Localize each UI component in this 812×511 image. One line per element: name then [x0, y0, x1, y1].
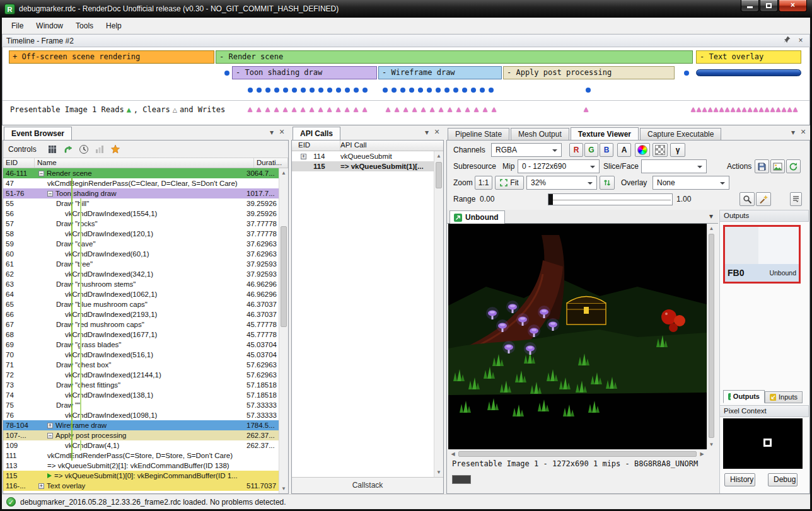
event-row-66[interactable]: 66vkCmdDrawIndexed(2193,1)46.37037 [3, 309, 279, 319]
event-row-70[interactable]: 70vkCmdDrawIndexed(516,1)45.03704 [3, 350, 279, 360]
checkerboard-icon[interactable] [652, 143, 668, 157]
scrollbar-thumb[interactable] [436, 162, 442, 188]
event-browser-scrollbar[interactable]: ▲▼ [279, 168, 288, 493]
draw-dot[interactable] [418, 88, 423, 93]
zoom-range-icon[interactable] [740, 192, 755, 206]
event-row-64[interactable]: 64vkCmdDrawIndexed(1062,1)46.96296 [3, 289, 279, 299]
draw-dot[interactable] [480, 88, 485, 93]
draw-dot[interactable] [345, 88, 350, 93]
scrollbar-thumb[interactable] [281, 226, 287, 327]
texture-display[interactable] [448, 224, 707, 449]
timeline-bar--toon-shading-draw[interactable]: - Toon shading draw [232, 66, 377, 79]
write-marker-icon[interactable]: ▲ [430, 105, 434, 113]
write-marker-icon[interactable]: ▲ [787, 105, 792, 113]
debug-button[interactable]: Debug [768, 473, 798, 486]
write-marker-icon[interactable]: ▲ [759, 105, 763, 113]
menu-window[interactable]: Window [30, 20, 69, 32]
mip-dropdown[interactable]: 0 - 1272x690 [518, 159, 600, 173]
draw-dot[interactable] [224, 71, 229, 76]
event-row-107-[interactable]: 107-...−Apply post processing262.37... [3, 430, 279, 440]
expander-icon[interactable]: + [301, 154, 306, 159]
timeline-bar--wireframe-draw[interactable]: - Wireframe draw [378, 66, 502, 79]
draw-dot[interactable] [462, 88, 467, 93]
write-marker-icon[interactable]: ▲ [265, 105, 270, 113]
draw-dot[interactable] [453, 88, 458, 93]
write-marker-icon[interactable]: ▲ [292, 105, 296, 113]
event-row-78-104[interactable]: 78-104+Wireframe draw1784.5... [3, 420, 279, 430]
event-row-116-[interactable]: 116-...+Text overlay511.7037 [3, 481, 279, 491]
expander-icon[interactable]: + [47, 423, 53, 428]
write-marker-icon[interactable]: ▲ [782, 105, 786, 113]
draw-capsule[interactable] [696, 69, 801, 76]
write-marker-icon[interactable]: ▲ [731, 105, 735, 113]
history-button[interactable]: History [724, 473, 755, 486]
api-calls-close-icon[interactable]: × [432, 128, 441, 136]
api-calls-menu-icon[interactable]: ▾ [422, 128, 431, 137]
write-marker-icon[interactable]: ▲ [770, 105, 775, 113]
texture-vertical-scrollbar[interactable]: ▲▼ [707, 224, 716, 449]
range-options-icon[interactable] [790, 192, 802, 206]
close-button[interactable]: × [779, 0, 807, 12]
write-marker-icon[interactable]: ▲ [708, 105, 712, 113]
tab-mesh-output[interactable]: Mesh Output [511, 128, 569, 140]
draw-dot[interactable] [257, 88, 262, 93]
green-channel-button[interactable]: G [584, 143, 598, 157]
event-row-60[interactable]: 60vkCmdDrawIndexed(60,1)37.62963 [3, 249, 279, 259]
write-marker-icon[interactable]: ▲ [765, 105, 769, 113]
write-marker-icon[interactable]: ▲ [719, 105, 724, 113]
draw-dot[interactable] [471, 88, 476, 93]
event-row-51-76[interactable]: 51-76−Toon shading draw1017.7... [3, 188, 279, 198]
write-marker-icon[interactable]: ▲ [283, 105, 287, 113]
column-api-call[interactable]: API Call [340, 141, 443, 151]
write-marker-icon[interactable]: ▲ [793, 105, 798, 113]
column-eid[interactable]: EID [3, 158, 35, 168]
pixel-context-view[interactable] [723, 418, 803, 469]
event-row-57[interactable]: 57Draw "rocks"37.77778 [3, 219, 279, 229]
write-marker-icon[interactable]: ▲ [702, 105, 707, 113]
timeline-bar--apply-post-processing[interactable]: - Apply post processing [503, 66, 675, 79]
draw-dot[interactable] [684, 71, 689, 76]
texture-horizontal-scrollbar[interactable]: ◀▶ [448, 449, 707, 458]
write-marker-icon[interactable]: ▲ [248, 105, 252, 113]
scrollbar-thumb[interactable] [458, 451, 697, 457]
write-marker-icon[interactable]: ▲ [386, 105, 390, 113]
draw-dot[interactable] [489, 88, 494, 93]
range-slider-handle[interactable] [548, 194, 553, 205]
column-name[interactable]: Name [35, 158, 254, 168]
write-marker-icon[interactable]: ▲ [742, 105, 746, 113]
draw-dot[interactable] [292, 88, 297, 93]
texture-tab-dropdown-icon[interactable]: ▾ [709, 212, 713, 221]
gamma-button[interactable]: γ [670, 143, 685, 157]
draw-dot[interactable] [274, 88, 279, 93]
expander-icon[interactable]: + [38, 483, 44, 489]
stats-icon[interactable] [93, 142, 107, 156]
event-row-115[interactable]: 115=> vkQueueSubmit(1)[0]: vkBeginComman… [3, 471, 279, 481]
alpha-channel-button[interactable]: A [617, 143, 631, 157]
draw-dot[interactable] [383, 88, 388, 93]
timeline-canvas[interactable]: + Off-screen scene rendering- Render sce… [2, 47, 810, 125]
tab-capture-executable[interactable]: Capture Executable [640, 128, 721, 140]
event-row-55[interactable]: 55Draw "hill"39.25926 [3, 198, 279, 209]
draw-dot[interactable] [362, 88, 368, 93]
write-marker-icon[interactable]: ▲ [439, 105, 443, 113]
pin-icon[interactable] [784, 36, 794, 46]
event-row-73[interactable]: 73Draw "chest fittings"57.18518 [3, 380, 279, 390]
expander-icon[interactable]: − [47, 191, 53, 197]
event-row-58[interactable]: 58vkCmdDrawIndexed(120,1)37.77778 [3, 229, 279, 239]
draw-dot[interactable] [354, 88, 359, 93]
draw-dot[interactable] [283, 88, 288, 93]
write-marker-icon[interactable]: ▲ [310, 105, 314, 113]
tab-event-browser[interactable]: Event Browser [4, 127, 72, 140]
draw-dot[interactable] [336, 88, 341, 93]
menu-help[interactable]: Help [100, 20, 127, 32]
write-marker-icon[interactable]: ▲ [456, 105, 461, 113]
write-marker-icon[interactable]: ▲ [336, 105, 340, 113]
clock-icon[interactable] [77, 142, 91, 156]
write-marker-icon[interactable]: ▲ [691, 105, 695, 113]
write-marker-icon[interactable]: ▲ [584, 105, 588, 113]
timeline-bar--render-scene[interactable]: - Render scene [216, 50, 693, 64]
write-marker-icon[interactable]: ▲ [474, 105, 478, 113]
event-row-71[interactable]: 71Draw "chest box"57.62963 [3, 360, 279, 370]
write-marker-icon[interactable]: ▲ [274, 105, 279, 113]
export-icon[interactable] [61, 142, 75, 156]
